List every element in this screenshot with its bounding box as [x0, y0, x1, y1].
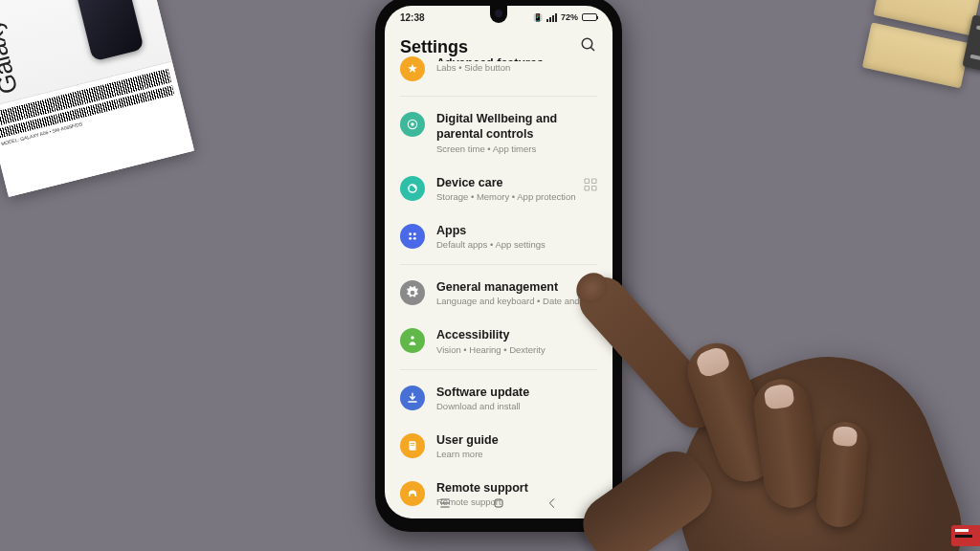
- gear-icon: [400, 280, 425, 305]
- item-title: Accessibility: [436, 327, 597, 342]
- svg-point-11: [409, 237, 412, 240]
- svg-rect-19: [495, 499, 502, 507]
- home-button[interactable]: [490, 495, 507, 512]
- status-time: 12:38: [400, 12, 425, 23]
- search-icon[interactable]: [580, 36, 597, 57]
- item-title: Apps: [436, 223, 597, 238]
- svg-rect-5: [585, 179, 590, 184]
- signal-icon: [546, 13, 557, 22]
- settings-item-star[interactable]: Advanced features Labs • Side button: [398, 55, 599, 92]
- item-title: General management: [436, 279, 597, 295]
- star-icon: [400, 56, 425, 81]
- wood-block: [862, 22, 970, 88]
- svg-rect-7: [585, 186, 590, 190]
- status-right: 📳 72%: [533, 12, 597, 22]
- battery-text: 72%: [561, 12, 578, 22]
- item-subtitle: Learn more: [436, 449, 597, 459]
- care-icon: [400, 176, 425, 201]
- svg-rect-15: [411, 445, 415, 446]
- settings-item-care[interactable]: Device care Storage • Memory • App prote…: [398, 165, 599, 212]
- grid-icon[interactable]: [582, 176, 599, 197]
- vibrate-icon: 📳: [533, 13, 543, 22]
- settings-item-download[interactable]: Software update Download and install: [398, 374, 599, 422]
- item-title: Software update: [436, 385, 597, 400]
- svg-point-9: [409, 232, 412, 235]
- svg-rect-14: [411, 443, 415, 444]
- settings-item-person[interactable]: Accessibility Vision • Hearing • Dexteri…: [398, 317, 599, 364]
- divider: [400, 264, 597, 265]
- divider: [400, 369, 597, 370]
- divider: [400, 96, 597, 97]
- item-subtitle: Language and keyboard • Date and: [436, 296, 597, 306]
- corner-badge: [951, 525, 980, 546]
- settings-item-book[interactable]: User guide Learn more: [398, 422, 599, 470]
- phone-device: 12:38 📳 72% Settings Advanced features L…: [375, 0, 622, 532]
- settings-item-gear[interactable]: General management Language and keyboard…: [398, 269, 599, 317]
- item-subtitle: Vision • Hearing • Dexterity: [436, 344, 597, 355]
- recents-button[interactable]: [436, 495, 454, 512]
- item-subtitle: Default apps • App settings: [436, 239, 597, 250]
- wellbeing-icon: [400, 112, 425, 137]
- front-camera: [495, 10, 502, 17]
- settings-list[interactable]: Advanced features Labs • Side button Dig…: [385, 55, 612, 518]
- svg-point-3: [411, 122, 414, 126]
- item-title: Device care: [436, 175, 597, 190]
- item-subtitle: Download and install: [436, 401, 597, 411]
- book-icon: [400, 433, 425, 458]
- item-title: Digital Wellbeing and parental controls: [436, 111, 597, 143]
- svg-point-13: [411, 337, 414, 341]
- download-icon: [400, 386, 425, 410]
- item-subtitle: Labs • Side button: [436, 62, 597, 73]
- back-button[interactable]: [544, 495, 561, 512]
- phone-screen: 12:38 📳 72% Settings Advanced features L…: [385, 6, 612, 518]
- wooden-clamp: [860, 0, 980, 105]
- item-title: Advanced features: [436, 55, 597, 61]
- box-phone-graphic: [75, 0, 145, 62]
- item-title: User guide: [436, 432, 597, 448]
- item-subtitle: Storage • Memory • App protection: [436, 191, 597, 202]
- svg-line-1: [590, 47, 594, 51]
- svg-point-12: [413, 237, 416, 240]
- apps-icon: [400, 224, 425, 249]
- product-box: Galaxy A06 SAMSUNG MODEL: GALAXY A06 • S…: [0, 0, 194, 197]
- battery-icon: [582, 13, 597, 21]
- item-subtitle: Screen time • App timers: [436, 143, 597, 154]
- person-icon: [400, 328, 425, 353]
- settings-item-apps[interactable]: Apps Default apps • App settings: [398, 212, 599, 260]
- svg-point-0: [582, 38, 592, 49]
- navigation-bar: [385, 488, 612, 518]
- page-title: Settings: [400, 37, 468, 57]
- svg-point-10: [413, 232, 416, 235]
- svg-rect-6: [592, 179, 597, 184]
- svg-rect-8: [592, 186, 597, 190]
- settings-item-wellbeing[interactable]: Digital Wellbeing and parental controls …: [398, 100, 599, 165]
